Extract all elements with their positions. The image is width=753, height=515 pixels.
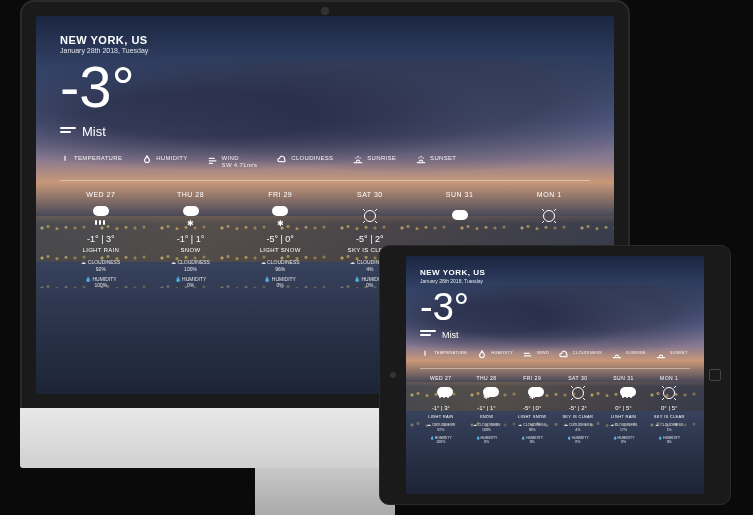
day-cloudiness: 96% [511,428,553,432]
day-cloudiness-label: ☁ CLOUDINESS [557,423,599,427]
day-condition: LIGHT SNOW [239,247,321,253]
day-cloudiness-label: ☁ CLOUDINESS [603,423,645,427]
sunset-icon [656,350,666,360]
forecast-day[interactable]: MON 10° | 5°SKY IS CLEAR☁ CLOUDINESS1%💧 … [648,375,690,445]
day-cloudiness: 4% [557,428,599,432]
day-condition: LIGHT RAIN [603,414,645,419]
sun-icon [537,204,561,228]
forecast-day[interactable]: SAT 30-5° | 2°SKY IS CLEAR☁ CLOUDINESS4%… [557,375,599,445]
day-condition: LIGHT RAIN [420,414,462,419]
cloud-rain-icon [433,385,449,401]
monitor-foot [255,468,395,515]
day-cloudiness: 17% [603,428,645,432]
sunset-icon [416,155,426,165]
stat-temperature: TEMPERATURE [420,350,467,360]
day-condition: SNOW [150,247,232,253]
mist-icon [420,330,436,340]
day-name: WED 27 [420,375,462,381]
snow-icon [524,385,540,401]
thermometer-icon [60,155,70,165]
day-cloudiness: 92% [420,428,462,432]
cloud-icon [277,155,287,165]
day-temp: -1° | 1° [150,234,232,244]
tablet-frame: NEW YORK, US January 28th 2018, Tuesday … [379,245,731,505]
stat-sunset: SUNSET [656,350,688,360]
stat-cloudiness: CLOUDINESS [277,155,333,168]
current-condition: Mist [60,124,590,139]
stat-cloudiness: CLOUDINESS [559,350,602,360]
mist-icon [60,127,76,137]
stat-humidity: HUMIDITY [477,350,513,360]
current-condition: Mist [420,330,690,340]
cloud-rain-icon [616,385,632,401]
day-humidity: 100% [420,440,462,444]
day-cloudiness-label: ☁ CLOUDINESS [466,423,508,427]
stat-temperature: TEMPERATURE [60,155,122,168]
day-cloudiness-label: ☁ CLOUDINESS [511,423,553,427]
day-cloudiness: 96% [239,266,321,272]
day-temp: -5° | 2° [557,405,599,411]
date-label: January 28th 2018, Tuesday [420,278,690,284]
condition-text: Mist [82,124,106,139]
day-humidity: 0% [466,440,508,444]
sunrise-icon [612,350,622,360]
day-humidity: 0% [511,440,553,444]
day-condition: SNOW [466,414,508,419]
day-humidity: 100% [60,282,142,288]
forecast-day[interactable]: THU 28-1° | 1°SNOW☁ CLOUDINESS100%💧 HUMI… [150,191,232,289]
current-temperature: -3° [60,58,590,116]
stat-wind: WIND [523,350,549,360]
day-humidity: 0% [603,440,645,444]
stats-row: TEMPERATURE HUMIDITY WINDSW 4.71m/s CLOU… [60,155,590,168]
day-name: THU 28 [466,375,508,381]
forecast-day[interactable]: FRI 29-5° | 0°LIGHT SNOW☁ CLOUDINESS96%💧… [511,375,553,445]
day-cloudiness: 1% [648,428,690,432]
day-name: WED 27 [60,191,142,198]
day-condition: LIGHT RAIN [60,247,142,253]
day-temp: 0° | 5° [603,405,645,411]
day-name: MON 1 [508,191,590,198]
droplet-icon [477,350,487,360]
condition-text: Mist [442,330,459,340]
day-name: SUN 31 [603,375,645,381]
day-cloudiness-label: ☁ CLOUDINESS [648,423,690,427]
cloud-rain-icon [89,204,113,228]
day-humidity: 0% [557,440,599,444]
forecast-day[interactable]: THU 28-1° | 1°SNOW☁ CLOUDINESS100%💧 HUMI… [466,375,508,445]
day-temp: -1° | 3° [420,405,462,411]
snow-icon [268,204,292,228]
wind-icon [523,350,533,360]
sunrise-icon [353,155,363,165]
stat-humidity: HUMIDITY [142,155,187,168]
cloud-icon [559,350,569,360]
day-temp: -1° | 1° [466,405,508,411]
day-cloudiness-label: ☁ CLOUDINESS [420,423,462,427]
sun-icon [570,385,586,401]
snow-icon [179,204,203,228]
day-condition: LIGHT SNOW [511,414,553,419]
forecast-day[interactable]: WED 27-1° | 3°LIGHT RAIN☁ CLOUDINESS92%💧… [60,191,142,289]
day-condition: SKY IS CLEAR [557,414,599,419]
day-name: FRI 29 [239,191,321,198]
forecast-day[interactable]: WED 27-1° | 3°LIGHT RAIN☁ CLOUDINESS92%💧… [420,375,462,445]
day-name: SAT 30 [329,191,411,198]
weather-content: NEW YORK, US January 28th 2018, Tuesday … [406,256,704,457]
tablet-screen: NEW YORK, US January 28th 2018, Tuesday … [406,256,704,494]
day-cloudiness: 100% [466,428,508,432]
day-humidity: 0% [648,440,690,444]
day-name: SAT 30 [557,375,599,381]
forecast-day[interactable]: SUN 310° | 5°LIGHT RAIN☁ CLOUDINESS17%💧 … [603,375,645,445]
wind-icon [208,155,218,165]
stats-row: TEMPERATURE HUMIDITY WIND CLOUDINESS SUN… [420,350,690,360]
stat-sunset: SUNSET [416,155,456,168]
forecast-day[interactable]: FRI 29-5° | 0°LIGHT SNOW☁ CLOUDINESS96%💧… [239,191,321,289]
cloud-icon [448,204,472,228]
day-temp: -5° | 0° [511,405,553,411]
sun-icon [358,204,382,228]
divider [60,180,590,181]
day-cloudiness: 100% [150,266,232,272]
day-cloudiness-label: ☁ CLOUDINESS [239,259,321,265]
day-humidity: 0% [150,282,232,288]
stat-sunrise: SUNRISE [353,155,396,168]
day-name: MON 1 [648,375,690,381]
